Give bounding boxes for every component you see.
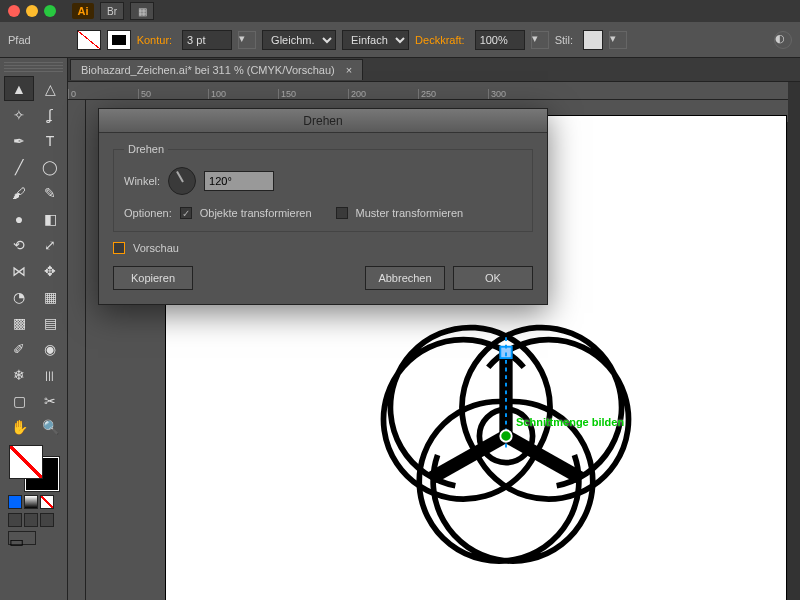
rotate-group-label: Drehen [124, 143, 168, 155]
eyedropper-tool[interactable]: ✐ [4, 336, 34, 361]
opacity-stepper[interactable]: ▾ [531, 31, 549, 49]
stroke-weight-input[interactable] [182, 30, 232, 50]
style-label: Stil: [555, 34, 573, 46]
style-stepper[interactable]: ▾ [609, 31, 627, 49]
graph-tool[interactable]: ⫼ [35, 362, 65, 387]
document-tab-title: Biohazard_Zeichen.ai* bei 311 % (CMYK/Vo… [81, 64, 335, 76]
line-tool[interactable]: ╱ [4, 154, 34, 179]
cancel-button[interactable]: Abbrechen [365, 266, 445, 290]
blob-brush-tool[interactable]: ● [4, 206, 34, 231]
selection-tool[interactable]: ▲ [4, 76, 34, 101]
fill-swatch[interactable] [77, 30, 101, 50]
width-tool[interactable]: ⋈ [4, 258, 34, 283]
none-mode-icon[interactable] [40, 495, 54, 509]
shape-builder-tool[interactable]: ◔ [4, 284, 34, 309]
rotate-group: Drehen Winkel: Optionen: ✓ Objekte trans… [113, 143, 533, 232]
opacity-label: Deckkraft: [415, 34, 465, 46]
brush-def-select[interactable]: Einfach [342, 30, 409, 50]
free-transform-tool[interactable]: ✥ [35, 258, 65, 283]
transform-objects-checkbox[interactable]: ✓ [180, 207, 192, 219]
gradient-tool[interactable]: ▤ [35, 310, 65, 335]
transform-patterns-label: Muster transformieren [356, 207, 464, 219]
dialog-title[interactable]: Drehen [99, 109, 547, 133]
type-tool[interactable]: T [35, 128, 65, 153]
options-label: Optionen: [124, 207, 172, 219]
lasso-tool[interactable]: ʆ [35, 102, 65, 127]
screen-mode-icon[interactable]: ▭ [8, 531, 36, 545]
preview-checkbox[interactable] [113, 242, 125, 254]
minimize-window[interactable] [26, 5, 38, 17]
tools-panel: ▲ △ ✧ ʆ ✒ T ╱ ◯ 🖌 ✎ ● ◧ ⟲ ⤢ ⋈ ✥ ◔ ▦ ▩ ▤ … [0, 58, 68, 600]
vertical-ruler[interactable] [68, 100, 86, 600]
slice-tool[interactable]: ✂ [35, 388, 65, 413]
opacity-input[interactable] [475, 30, 525, 50]
fill-color-icon[interactable] [9, 445, 43, 479]
perspective-tool[interactable]: ▦ [35, 284, 65, 309]
zoom-window[interactable] [44, 5, 56, 17]
stroke-weight-stepper[interactable]: ▾ [238, 31, 256, 49]
arrange-docs-button[interactable]: ▦ [130, 2, 154, 20]
symbol-spray-tool[interactable]: ❄ [4, 362, 34, 387]
fill-stroke-swatches[interactable]: ▭ [4, 445, 63, 545]
magic-wand-tool[interactable]: ✧ [4, 102, 34, 127]
artboard-tool[interactable]: ▢ [4, 388, 34, 413]
transform-objects-label: Objekte transformieren [200, 207, 312, 219]
draw-behind-icon[interactable] [24, 513, 38, 527]
app-badge: Ai [72, 3, 94, 19]
angle-knob[interactable] [168, 167, 196, 195]
panel-grip[interactable] [4, 62, 63, 72]
ok-button[interactable]: OK [453, 266, 533, 290]
object-type-label: Pfad [8, 34, 31, 46]
close-tab-icon[interactable]: × [346, 64, 352, 76]
pen-tool[interactable]: ✒ [4, 128, 34, 153]
pencil-tool[interactable]: ✎ [35, 180, 65, 205]
hand-tool[interactable]: ✋ [4, 414, 34, 439]
rotate-dialog: Drehen Drehen Winkel: Optionen: ✓ Objekt… [98, 108, 548, 305]
smart-guide-annotation: Schnittmenge bilden [516, 416, 624, 428]
zoom-tool[interactable]: 🔍 [35, 414, 65, 439]
draw-inside-icon[interactable] [40, 513, 54, 527]
draw-normal-icon[interactable] [8, 513, 22, 527]
var-width-select[interactable]: Gleichm. [262, 30, 336, 50]
titlebar: Ai Br ▦ [0, 0, 800, 22]
angle-input[interactable] [204, 171, 274, 191]
scale-tool[interactable]: ⤢ [35, 232, 65, 257]
preview-label: Vorschau [133, 242, 179, 254]
rotate-tool[interactable]: ⟲ [4, 232, 34, 257]
svg-point-6 [500, 430, 511, 441]
style-swatch[interactable] [583, 30, 603, 50]
document-tab[interactable]: Biohazard_Zeichen.ai* bei 311 % (CMYK/Vo… [70, 59, 363, 80]
shape-tool[interactable]: ◯ [35, 154, 65, 179]
document-tabstrip: Biohazard_Zeichen.ai* bei 311 % (CMYK/Vo… [0, 58, 800, 82]
stroke-swatch[interactable] [107, 30, 131, 50]
stroke-label: Kontur: [137, 34, 172, 46]
transform-patterns-checkbox[interactable] [336, 207, 348, 219]
gradient-mode-icon[interactable] [24, 495, 38, 509]
control-bar: Pfad Kontur: ▾ Gleichm. Einfach Deckkraf… [0, 22, 800, 58]
color-mode-icon[interactable] [8, 495, 22, 509]
direct-select-tool[interactable]: △ [35, 76, 65, 101]
copy-button[interactable]: Kopieren [113, 266, 193, 290]
blend-tool[interactable]: ◉ [35, 336, 65, 361]
horizontal-ruler[interactable]: 050100150200250300 [68, 82, 788, 100]
close-window[interactable] [8, 5, 20, 17]
bridge-button[interactable]: Br [100, 2, 124, 20]
eraser-tool[interactable]: ◧ [35, 206, 65, 231]
mesh-tool[interactable]: ▩ [4, 310, 34, 335]
brush-tool[interactable]: 🖌 [4, 180, 34, 205]
angle-label: Winkel: [124, 175, 160, 187]
recolor-artwork[interactable]: ◐ [774, 31, 792, 49]
